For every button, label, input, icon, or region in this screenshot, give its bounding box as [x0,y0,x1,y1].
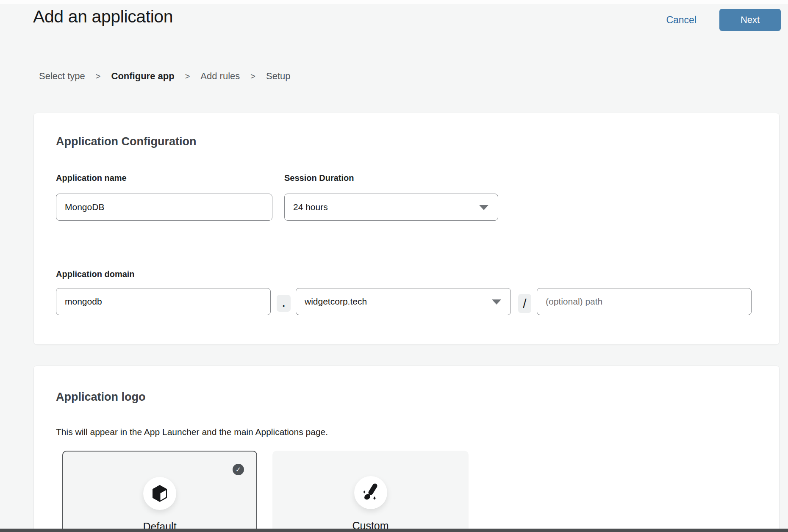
selected-check-icon: ✓ [233,464,244,475]
session-duration-value: 24 hours [293,202,328,212]
application-logo-description: This will appear in the App Launcher and… [56,427,328,437]
session-duration-select[interactable]: 24 hours [284,194,498,221]
top-edge-strip [0,0,788,4]
next-button[interactable]: Next [719,9,781,31]
session-duration-label: Session Duration [284,173,354,183]
chevron-down-icon [479,205,488,210]
domain-select[interactable]: widgetcorp.tech [296,288,511,315]
cancel-button[interactable]: Cancel [666,14,696,26]
domain-dot-separator: . [277,295,291,312]
breadcrumb-step-add-rules[interactable]: Add rules [200,71,240,82]
application-name-input[interactable] [56,194,272,221]
chevron-down-icon [492,299,501,305]
breadcrumb-separator: > [96,72,101,81]
subdomain-input[interactable] [56,288,271,315]
domain-select-value: widgetcorp.tech [305,296,367,307]
check-glyph: ✓ [236,466,241,473]
path-input[interactable] [537,288,752,315]
cube-icon [152,485,168,502]
breadcrumb-step-configure-app[interactable]: Configure app [111,71,175,82]
domain-slash-separator: / [518,294,531,313]
logo-option-custom[interactable]: Custom [272,451,469,532]
custom-logo-circle [354,476,387,509]
application-logo-card: Application logo This will appear in the… [33,366,780,532]
application-domain-label: Application domain [56,269,135,279]
breadcrumb-separator: > [250,72,255,81]
breadcrumb-separator: > [185,72,190,81]
application-name-label: Application name [56,173,127,183]
breadcrumb-step-setup[interactable]: Setup [266,71,291,82]
application-configuration-heading: Application Configuration [56,135,196,148]
breadcrumb: Select type > Configure app > Add rules … [39,71,290,82]
page-title: Add an application [33,7,173,27]
default-logo-circle [143,477,176,510]
breadcrumb-step-select-type[interactable]: Select type [39,71,85,82]
application-configuration-card: Application Configuration Application na… [33,113,780,345]
application-logo-heading: Application logo [56,391,145,404]
bottom-edge-bar [0,529,788,532]
paintbrush-icon [361,483,380,502]
logo-option-default[interactable]: ✓ Default [62,451,257,532]
